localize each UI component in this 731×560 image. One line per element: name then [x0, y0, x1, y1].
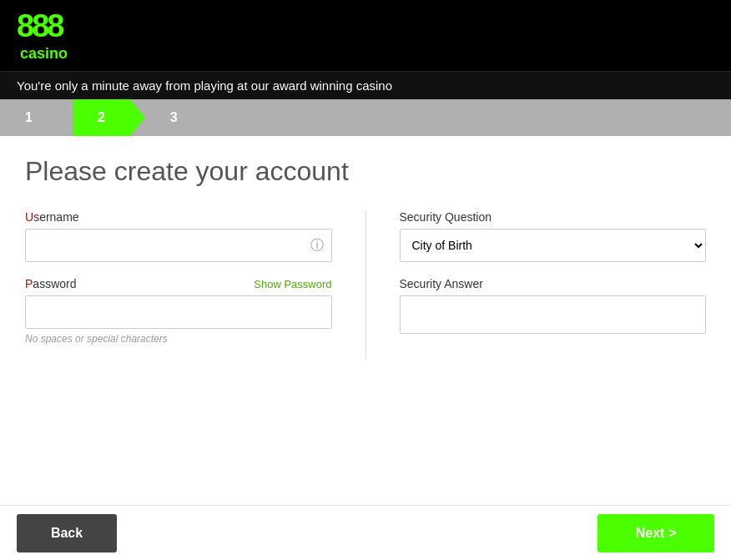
step-3: 3: [145, 99, 203, 136]
username-label: Username: [25, 210, 332, 224]
password-label: Password: [25, 277, 76, 290]
step-1-arrow: [58, 99, 73, 136]
password-field-group: Password Show Password No spaces or spec…: [25, 277, 332, 345]
password-label-first: P: [25, 277, 33, 290]
page-title: Please create your account: [25, 156, 706, 187]
main-content: Please create your account Username ⓘ Pa…: [0, 136, 731, 376]
next-button[interactable]: Next >: [597, 514, 714, 552]
step-3-arrow: [203, 99, 218, 136]
tagline-bar: You're only a minute away from playing a…: [0, 71, 731, 99]
step-2-arrow: [130, 99, 145, 136]
form-layout: Username ⓘ Password Show Password No spa…: [25, 210, 706, 360]
logo: 888 casino: [17, 10, 714, 63]
password-input[interactable]: [25, 295, 332, 329]
password-label-rest: assword: [33, 277, 76, 290]
form-right: Security Question City of Birth Mother's…: [366, 210, 707, 360]
username-input[interactable]: [25, 229, 332, 262]
show-password-link[interactable]: Show Password: [254, 278, 331, 290]
logo-block: 888 casino: [17, 10, 68, 63]
header: 888 casino: [0, 0, 731, 71]
security-question-select[interactable]: City of Birth Mother's Maiden Name Name …: [400, 229, 707, 262]
back-button[interactable]: Back: [17, 514, 117, 552]
bottom-nav: Back Next >: [0, 505, 731, 560]
tagline-text: You're only a minute away from playing a…: [17, 78, 392, 93]
username-input-wrapper: ⓘ: [25, 229, 332, 262]
password-label-row: Password Show Password: [25, 277, 332, 290]
logo-casino-text: casino: [20, 45, 68, 63]
username-field-group: Username ⓘ: [25, 210, 332, 262]
security-question-label: Security Question: [400, 210, 707, 224]
password-hint: No spaces or special characters: [25, 333, 332, 345]
security-answer-field-group: Security Answer: [400, 277, 707, 334]
logo-numbers-icon: 888: [17, 10, 68, 42]
step-1: 1: [0, 99, 58, 136]
step-2: 2: [73, 99, 130, 136]
username-label-first: U: [25, 210, 33, 224]
username-label-rest: sername: [33, 210, 78, 224]
security-answer-label: Security Answer: [400, 277, 707, 290]
progress-bar: 1 2 3: [0, 99, 731, 136]
security-question-field-group: Security Question City of Birth Mother's…: [400, 210, 707, 262]
info-icon[interactable]: ⓘ: [310, 237, 324, 255]
form-left: Username ⓘ Password Show Password No spa…: [25, 210, 366, 360]
step-container: 1 2 3: [0, 99, 218, 136]
security-answer-input[interactable]: [400, 295, 707, 334]
